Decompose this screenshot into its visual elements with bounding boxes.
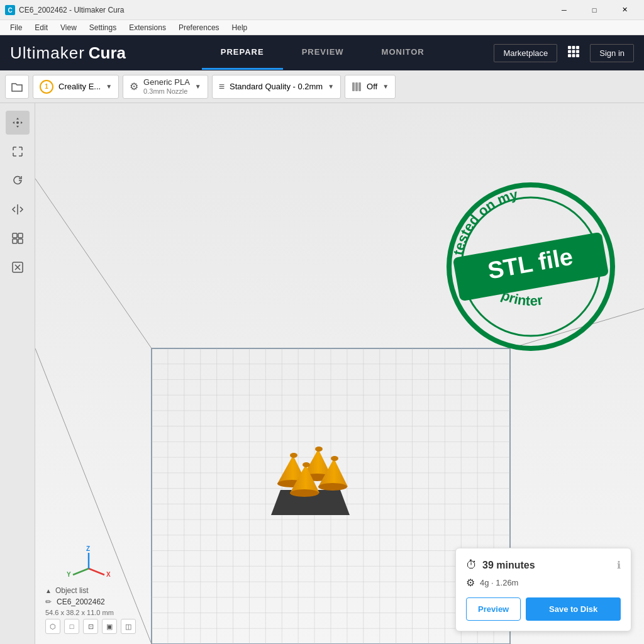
svg-rect-17 [18,233,23,238]
nav-right: Marketplace Sign in [494,43,634,63]
view-top-button[interactable]: ⊡ [83,619,98,634]
material-selector[interactable]: ⚙ Generic PLA 0.3mm Nozzle ▼ [123,75,208,99]
menu-item-help[interactable]: Help [227,22,253,33]
navbar: Ultimaker Cura PREPARE PREVIEW MONITOR M… [0,35,644,70]
action-buttons: Preview Save to Disk [466,597,621,621]
edit-icon: ✏ [45,597,52,606]
object-list-label: Object list [55,586,89,595]
grid-icon-button[interactable] [562,43,585,63]
svg-rect-8 [568,54,571,57]
object-name: CE6_2002462 [57,597,105,606]
material-info: 4g · 1.26m [480,578,518,587]
app-logo: Ultimaker Cura [10,43,126,63]
menu-item-view[interactable]: View [55,22,82,33]
print-info-panel: ⏱ 39 minutes ℹ ⚙ 4g · 1.26m Preview Save… [455,548,631,631]
titlebar-left: C CE6_2002462 - Ultimaker Cura [5,5,124,15]
material-row: ⚙ 4g · 1.26m [466,577,621,589]
main-area: tested on my STL file 3D printer ▲ Objec… [0,103,644,644]
move-tool[interactable] [6,111,30,135]
view-front-button[interactable]: □ [64,619,79,634]
window-controls[interactable]: ─ □ ✕ [550,0,639,20]
left-sidebar [0,103,35,644]
tab-preview[interactable]: PREVIEW [283,36,363,70]
svg-rect-11 [352,82,355,91]
material-name: Generic PLA [143,77,190,87]
rotate-tool[interactable] [6,169,30,192]
support-selector[interactable]: Off ▼ [345,75,396,99]
svg-rect-9 [572,54,575,57]
svg-rect-3 [572,46,575,49]
nav-tabs: PREPARE PREVIEW MONITOR [151,36,494,70]
titlebar: C CE6_2002462 - Ultimaker Cura ─ □ ✕ [0,0,644,20]
settings-icon: ⚙ [130,80,138,92]
support-icon [352,82,362,92]
quality-dropdown-arrow: ▼ [328,83,334,90]
signin-button[interactable]: Sign in [590,44,634,62]
nozzle-size: 0.3mm Nozzle [143,87,190,96]
svg-rect-6 [572,50,575,53]
menu-item-extensions[interactable]: Extensions [124,22,171,33]
menubar: FileEditViewSettingsExtensionsPreference… [0,20,644,35]
svg-rect-19 [18,239,23,243]
support-label: Off [367,82,377,91]
support-blocker-tool[interactable] [6,255,30,279]
svg-rect-18 [13,239,17,243]
tab-monitor[interactable]: MONITOR [363,36,443,70]
svg-rect-4 [576,46,579,49]
print-time: 39 minutes [482,560,535,571]
view-side-button[interactable]: ▣ [102,619,117,634]
quality-icon: ≡ [219,81,225,92]
save-to-disk-button[interactable]: Save to Disk [526,597,621,621]
svg-rect-7 [576,50,579,53]
svg-rect-2 [568,46,571,49]
material-icon: ⚙ [466,577,475,589]
printer-dropdown-arrow: ▼ [106,83,112,90]
logo-ultimaker: Ultimaker [10,43,85,63]
open-file-button[interactable] [5,75,29,99]
close-button[interactable]: ✕ [610,0,639,20]
quality-selector[interactable]: ≡ Standard Quality - 0.2mm ▼ [212,75,341,99]
printer-name: Creality E... [58,82,101,91]
toolbar: 1 Creality E... ▼ ⚙ Generic PLA 0.3mm No… [0,70,644,103]
tab-prepare[interactable]: PREPARE [202,36,283,70]
svg-rect-10 [576,54,579,57]
app-icon: C [5,5,15,15]
svg-point-14 [16,121,19,124]
support-dropdown-arrow: ▼ [382,83,389,90]
svg-rect-13 [358,82,361,91]
printer-selector[interactable]: 1 Creality E... ▼ [33,75,119,99]
print-time-left: ⏱ 39 minutes [466,558,535,572]
material-dropdown-arrow: ▼ [195,83,201,90]
print-time-row: ⏱ 39 minutes ℹ [466,558,621,572]
quality-name: Standard Quality - 0.2mm [230,82,323,91]
maximize-button[interactable]: □ [580,0,609,20]
per-model-settings-tool[interactable] [6,226,30,250]
collapse-icon: ▲ [45,587,52,594]
minimize-button[interactable]: ─ [550,0,579,20]
window-title: CE6_2002462 - Ultimaker Cura [19,6,124,14]
preview-button[interactable]: Preview [466,597,521,621]
logo-cura: Cura [89,43,126,63]
info-icon[interactable]: ℹ [617,559,621,571]
menu-item-preferences[interactable]: Preferences [174,22,225,33]
printer-icon: 1 [40,80,53,94]
scale-tool[interactable] [6,140,30,164]
svg-rect-16 [13,233,17,238]
marketplace-button[interactable]: Marketplace [494,44,557,62]
menu-item-settings[interactable]: Settings [84,22,121,33]
viewport[interactable]: tested on my STL file 3D printer ▲ Objec… [35,103,644,644]
mirror-tool[interactable] [6,197,30,221]
menu-item-file[interactable]: File [5,22,27,33]
time-icon: ⏱ [466,558,477,572]
view-3d-button[interactable]: ⬡ [45,619,60,634]
svg-rect-12 [355,82,358,91]
view-persp-button[interactable]: ◫ [121,619,136,634]
svg-rect-5 [568,50,571,53]
menu-item-edit[interactable]: Edit [30,22,53,33]
svg-text:C: C [8,7,12,14]
